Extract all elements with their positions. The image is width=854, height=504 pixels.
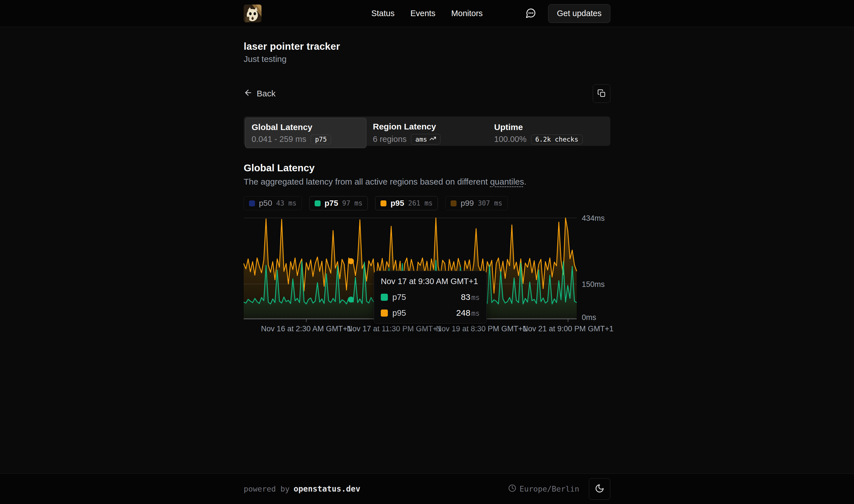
nav-link-status[interactable]: Status	[371, 9, 394, 18]
chart-legend: p50 43 ms p75 97 ms p95 261 ms p99 307 m…	[244, 196, 610, 210]
chart-tooltip: Nov 17 at 9:30 AM GMT+1 p75 83ms p95 248…	[374, 271, 487, 324]
legend-toggle-p95[interactable]: p95 261 ms	[375, 196, 438, 210]
p95-swatch	[381, 200, 386, 206]
tab-global-latency[interactable]: Global Latency 0.041 - 259 ms p75	[245, 118, 366, 148]
legend-toggle-p50[interactable]: p50 43 ms	[244, 196, 302, 210]
trending-up-icon	[430, 135, 436, 143]
tab-value: 0.041 - 259 ms	[252, 134, 306, 144]
get-updates-button[interactable]: Get updates	[548, 4, 610, 23]
cat-avatar-image	[244, 4, 261, 22]
page-title: laser pointer tracker	[244, 41, 610, 52]
feedback-button[interactable]	[526, 7, 536, 19]
p75-swatch	[315, 200, 321, 206]
openstatus-link[interactable]: openstatus.dev	[294, 484, 360, 493]
tab-title: Global Latency	[252, 122, 366, 132]
svg-text:Nov 16 at 2:30 AM GMT+1: Nov 16 at 2:30 AM GMT+1	[261, 324, 351, 333]
svg-text:0ms: 0ms	[582, 313, 596, 322]
nav-link-events[interactable]: Events	[411, 9, 436, 18]
tab-title: Uptime	[494, 122, 608, 132]
section-description: The aggregated latency from all active r…	[244, 177, 610, 186]
p99-swatch	[451, 200, 456, 206]
main-content: laser pointer tracker Just testing Back	[0, 27, 854, 473]
legend-toggle-p75[interactable]: p75 97 ms	[309, 196, 368, 210]
p95-swatch	[381, 309, 388, 317]
p75-badge: p75	[311, 134, 331, 144]
clock-icon	[508, 484, 516, 494]
navbar: Status Events Monitors Get updates	[0, 0, 854, 27]
tab-value: 6 regions	[373, 134, 406, 144]
svg-text:Nov 21 at 9:00 PM GMT+1: Nov 21 at 9:00 PM GMT+1	[522, 324, 614, 333]
latency-chart: Nov 16 at 2:30 AM GMT+1Nov 17 at 11:30 P…	[244, 214, 610, 336]
tooltip-row-p75: p75 83ms	[381, 292, 480, 302]
theme-toggle-button[interactable]	[589, 478, 610, 500]
tab-uptime[interactable]: Uptime 100.00% 6.2k checks	[488, 118, 609, 148]
tab-region-latency[interactable]: Region Latency 6 regions ams	[366, 118, 488, 148]
tooltip-timestamp: Nov 17 at 9:30 AM GMT+1	[381, 277, 480, 286]
legend-toggle-p99[interactable]: p99 307 ms	[445, 196, 507, 210]
toolbar: Back	[244, 84, 610, 103]
copy-icon	[597, 89, 606, 98]
powered-by-label: powered by	[244, 485, 290, 493]
section-title: Global Latency	[244, 162, 610, 174]
checks-badge: 6.2k checks	[531, 134, 583, 144]
svg-text:Nov 19 at 8:30 PM GMT+1: Nov 19 at 8:30 PM GMT+1	[436, 324, 527, 333]
tab-title: Region Latency	[373, 122, 487, 132]
metric-tabs: Global Latency 0.041 - 259 ms p75 Region…	[244, 116, 610, 146]
region-badge: ams	[411, 134, 440, 144]
page-subtitle: Just testing	[244, 54, 610, 64]
tab-value: 100.00%	[494, 134, 527, 144]
footer: powered by openstatus.dev Europe/Berlin	[0, 473, 854, 504]
logo-cat-avatar[interactable]	[244, 4, 261, 22]
svg-text:150ms: 150ms	[582, 280, 605, 289]
svg-text:434ms: 434ms	[582, 214, 605, 222]
nav-link-monitors[interactable]: Monitors	[451, 9, 483, 18]
nav-links: Status Events Monitors	[371, 9, 483, 18]
svg-text:Nov 17 at 11:30 PM GMT+1: Nov 17 at 11:30 PM GMT+1	[347, 324, 441, 333]
p50-swatch	[249, 200, 255, 206]
tooltip-row-p95: p95 248ms	[381, 308, 480, 318]
quantiles-link[interactable]: quantiles	[490, 177, 524, 186]
moon-icon	[595, 484, 604, 494]
timezone: Europe/Berlin	[508, 484, 579, 494]
copy-button[interactable]	[593, 84, 610, 103]
arrow-left-icon	[244, 88, 253, 99]
back-label: Back	[257, 89, 276, 98]
back-button[interactable]: Back	[244, 88, 276, 99]
p75-swatch	[381, 294, 388, 301]
message-bubble-icon	[526, 7, 536, 19]
